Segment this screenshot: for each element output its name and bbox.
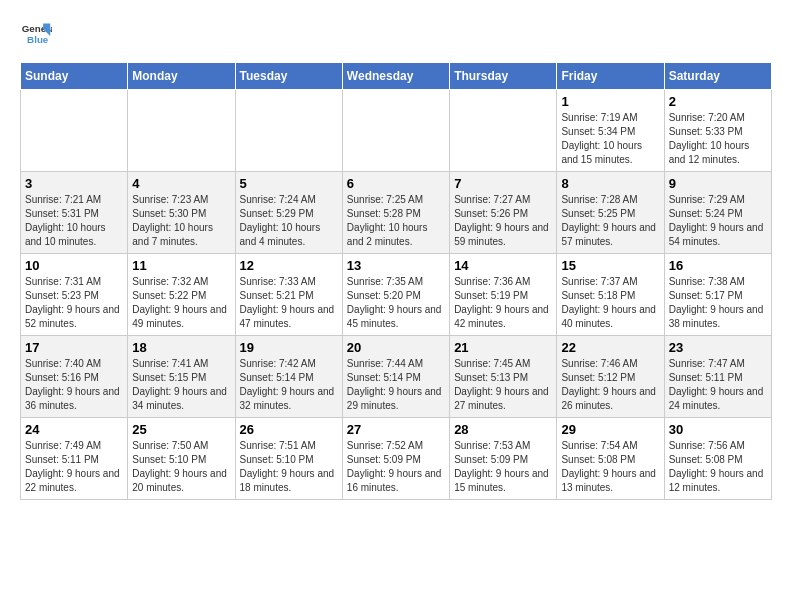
- day-number: 3: [25, 176, 123, 191]
- calendar-cell: 14Sunrise: 7:36 AM Sunset: 5:19 PM Dayli…: [450, 254, 557, 336]
- day-number: 14: [454, 258, 552, 273]
- calendar-cell: 30Sunrise: 7:56 AM Sunset: 5:08 PM Dayli…: [664, 418, 771, 500]
- day-number: 5: [240, 176, 338, 191]
- calendar-cell: 24Sunrise: 7:49 AM Sunset: 5:11 PM Dayli…: [21, 418, 128, 500]
- week-row-3: 10Sunrise: 7:31 AM Sunset: 5:23 PM Dayli…: [21, 254, 772, 336]
- col-saturday: Saturday: [664, 63, 771, 90]
- day-info: Sunrise: 7:24 AM Sunset: 5:29 PM Dayligh…: [240, 193, 338, 249]
- calendar-cell: 29Sunrise: 7:54 AM Sunset: 5:08 PM Dayli…: [557, 418, 664, 500]
- day-number: 25: [132, 422, 230, 437]
- calendar-cell: 16Sunrise: 7:38 AM Sunset: 5:17 PM Dayli…: [664, 254, 771, 336]
- col-friday: Friday: [557, 63, 664, 90]
- day-info: Sunrise: 7:25 AM Sunset: 5:28 PM Dayligh…: [347, 193, 445, 249]
- day-info: Sunrise: 7:46 AM Sunset: 5:12 PM Dayligh…: [561, 357, 659, 413]
- logo: General Blue: [20, 20, 56, 52]
- day-info: Sunrise: 7:52 AM Sunset: 5:09 PM Dayligh…: [347, 439, 445, 495]
- week-row-4: 17Sunrise: 7:40 AM Sunset: 5:16 PM Dayli…: [21, 336, 772, 418]
- calendar-cell: 28Sunrise: 7:53 AM Sunset: 5:09 PM Dayli…: [450, 418, 557, 500]
- day-number: 19: [240, 340, 338, 355]
- day-number: 18: [132, 340, 230, 355]
- calendar-cell: 21Sunrise: 7:45 AM Sunset: 5:13 PM Dayli…: [450, 336, 557, 418]
- week-row-1: 1Sunrise: 7:19 AM Sunset: 5:34 PM Daylig…: [21, 90, 772, 172]
- calendar-cell: 20Sunrise: 7:44 AM Sunset: 5:14 PM Dayli…: [342, 336, 449, 418]
- day-info: Sunrise: 7:54 AM Sunset: 5:08 PM Dayligh…: [561, 439, 659, 495]
- day-number: 11: [132, 258, 230, 273]
- day-info: Sunrise: 7:47 AM Sunset: 5:11 PM Dayligh…: [669, 357, 767, 413]
- day-info: Sunrise: 7:27 AM Sunset: 5:26 PM Dayligh…: [454, 193, 552, 249]
- day-number: 9: [669, 176, 767, 191]
- col-wednesday: Wednesday: [342, 63, 449, 90]
- calendar-cell: 15Sunrise: 7:37 AM Sunset: 5:18 PM Dayli…: [557, 254, 664, 336]
- day-info: Sunrise: 7:41 AM Sunset: 5:15 PM Dayligh…: [132, 357, 230, 413]
- day-number: 2: [669, 94, 767, 109]
- day-number: 24: [25, 422, 123, 437]
- day-number: 29: [561, 422, 659, 437]
- day-number: 13: [347, 258, 445, 273]
- day-info: Sunrise: 7:53 AM Sunset: 5:09 PM Dayligh…: [454, 439, 552, 495]
- day-info: Sunrise: 7:36 AM Sunset: 5:19 PM Dayligh…: [454, 275, 552, 331]
- calendar-cell: 23Sunrise: 7:47 AM Sunset: 5:11 PM Dayli…: [664, 336, 771, 418]
- day-info: Sunrise: 7:37 AM Sunset: 5:18 PM Dayligh…: [561, 275, 659, 331]
- calendar-cell: 3Sunrise: 7:21 AM Sunset: 5:31 PM Daylig…: [21, 172, 128, 254]
- calendar-cell: 27Sunrise: 7:52 AM Sunset: 5:09 PM Dayli…: [342, 418, 449, 500]
- day-number: 16: [669, 258, 767, 273]
- header-row: Sunday Monday Tuesday Wednesday Thursday…: [21, 63, 772, 90]
- calendar-cell: 13Sunrise: 7:35 AM Sunset: 5:20 PM Dayli…: [342, 254, 449, 336]
- col-sunday: Sunday: [21, 63, 128, 90]
- calendar-body: 1Sunrise: 7:19 AM Sunset: 5:34 PM Daylig…: [21, 90, 772, 500]
- calendar-table: Sunday Monday Tuesday Wednesday Thursday…: [20, 62, 772, 500]
- col-thursday: Thursday: [450, 63, 557, 90]
- day-number: 6: [347, 176, 445, 191]
- page-header: General Blue: [20, 20, 772, 52]
- calendar-cell: [342, 90, 449, 172]
- day-info: Sunrise: 7:19 AM Sunset: 5:34 PM Dayligh…: [561, 111, 659, 167]
- day-info: Sunrise: 7:42 AM Sunset: 5:14 PM Dayligh…: [240, 357, 338, 413]
- calendar-cell: 26Sunrise: 7:51 AM Sunset: 5:10 PM Dayli…: [235, 418, 342, 500]
- calendar-cell: 5Sunrise: 7:24 AM Sunset: 5:29 PM Daylig…: [235, 172, 342, 254]
- calendar-cell: 10Sunrise: 7:31 AM Sunset: 5:23 PM Dayli…: [21, 254, 128, 336]
- day-number: 28: [454, 422, 552, 437]
- calendar-cell: 4Sunrise: 7:23 AM Sunset: 5:30 PM Daylig…: [128, 172, 235, 254]
- day-number: 4: [132, 176, 230, 191]
- day-info: Sunrise: 7:49 AM Sunset: 5:11 PM Dayligh…: [25, 439, 123, 495]
- calendar-cell: 25Sunrise: 7:50 AM Sunset: 5:10 PM Dayli…: [128, 418, 235, 500]
- calendar-cell: 11Sunrise: 7:32 AM Sunset: 5:22 PM Dayli…: [128, 254, 235, 336]
- day-info: Sunrise: 7:28 AM Sunset: 5:25 PM Dayligh…: [561, 193, 659, 249]
- calendar-cell: 12Sunrise: 7:33 AM Sunset: 5:21 PM Dayli…: [235, 254, 342, 336]
- day-number: 7: [454, 176, 552, 191]
- calendar-cell: 19Sunrise: 7:42 AM Sunset: 5:14 PM Dayli…: [235, 336, 342, 418]
- calendar-cell: 6Sunrise: 7:25 AM Sunset: 5:28 PM Daylig…: [342, 172, 449, 254]
- calendar-cell: 22Sunrise: 7:46 AM Sunset: 5:12 PM Dayli…: [557, 336, 664, 418]
- calendar-cell: 7Sunrise: 7:27 AM Sunset: 5:26 PM Daylig…: [450, 172, 557, 254]
- week-row-2: 3Sunrise: 7:21 AM Sunset: 5:31 PM Daylig…: [21, 172, 772, 254]
- logo-icon: General Blue: [20, 20, 52, 52]
- day-number: 26: [240, 422, 338, 437]
- day-number: 21: [454, 340, 552, 355]
- day-info: Sunrise: 7:40 AM Sunset: 5:16 PM Dayligh…: [25, 357, 123, 413]
- day-info: Sunrise: 7:56 AM Sunset: 5:08 PM Dayligh…: [669, 439, 767, 495]
- day-number: 15: [561, 258, 659, 273]
- day-number: 20: [347, 340, 445, 355]
- day-info: Sunrise: 7:44 AM Sunset: 5:14 PM Dayligh…: [347, 357, 445, 413]
- calendar-cell: [235, 90, 342, 172]
- day-number: 12: [240, 258, 338, 273]
- day-number: 17: [25, 340, 123, 355]
- week-row-5: 24Sunrise: 7:49 AM Sunset: 5:11 PM Dayli…: [21, 418, 772, 500]
- day-info: Sunrise: 7:45 AM Sunset: 5:13 PM Dayligh…: [454, 357, 552, 413]
- day-info: Sunrise: 7:38 AM Sunset: 5:17 PM Dayligh…: [669, 275, 767, 331]
- day-number: 27: [347, 422, 445, 437]
- calendar-cell: 18Sunrise: 7:41 AM Sunset: 5:15 PM Dayli…: [128, 336, 235, 418]
- calendar-cell: [450, 90, 557, 172]
- day-info: Sunrise: 7:31 AM Sunset: 5:23 PM Dayligh…: [25, 275, 123, 331]
- day-number: 22: [561, 340, 659, 355]
- day-info: Sunrise: 7:32 AM Sunset: 5:22 PM Dayligh…: [132, 275, 230, 331]
- col-tuesday: Tuesday: [235, 63, 342, 90]
- day-number: 8: [561, 176, 659, 191]
- calendar-cell: 8Sunrise: 7:28 AM Sunset: 5:25 PM Daylig…: [557, 172, 664, 254]
- day-number: 23: [669, 340, 767, 355]
- col-monday: Monday: [128, 63, 235, 90]
- day-info: Sunrise: 7:33 AM Sunset: 5:21 PM Dayligh…: [240, 275, 338, 331]
- day-info: Sunrise: 7:23 AM Sunset: 5:30 PM Dayligh…: [132, 193, 230, 249]
- svg-text:Blue: Blue: [27, 34, 49, 45]
- calendar-cell: 1Sunrise: 7:19 AM Sunset: 5:34 PM Daylig…: [557, 90, 664, 172]
